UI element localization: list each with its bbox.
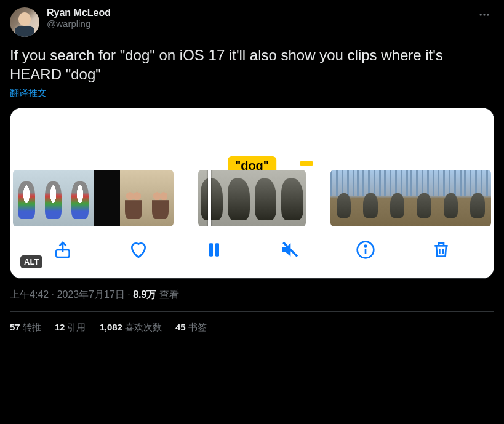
tweet-text: If you search for "dog" on iOS 17 it'll … <box>10 46 494 84</box>
like-button[interactable] <box>127 239 150 261</box>
tweet-meta: 上午4:42 · 2023年7月17日 · 8.9万 查看 <box>10 289 494 302</box>
clip-frame <box>438 170 465 226</box>
video-timeline <box>10 170 494 226</box>
clip-frame <box>198 170 225 226</box>
svg-point-0 <box>480 14 482 15</box>
svg-point-9 <box>364 246 366 247</box>
svg-rect-4 <box>209 244 213 257</box>
handle: @warpling <box>47 18 111 29</box>
likes-stat[interactable]: 1,082喜欢次数 <box>99 322 162 334</box>
clip-frame <box>13 170 40 226</box>
display-name: Ryan McLeod <box>47 7 111 18</box>
tweet-time[interactable]: 上午4:42 <box>10 289 49 300</box>
clip-frame <box>147 170 174 226</box>
clip-frame <box>464 170 491 226</box>
tweet-stats: 57转推 12引用 1,082喜欢次数 45书签 <box>10 312 494 334</box>
match-marker <box>300 161 313 166</box>
clip-group <box>198 170 305 226</box>
clip-frame <box>330 170 358 226</box>
clip-frame <box>384 170 411 226</box>
alt-badge[interactable]: ALT <box>20 255 42 268</box>
svg-point-1 <box>483 14 485 15</box>
share-button[interactable] <box>52 239 74 261</box>
avatar[interactable] <box>10 7 39 37</box>
clip-frame <box>66 170 94 226</box>
media-toolbar <box>10 226 494 278</box>
info-button[interactable] <box>354 239 377 261</box>
clip-frame <box>40 170 67 226</box>
retweets-stat[interactable]: 57转推 <box>10 322 41 334</box>
views-label: 查看 <box>156 289 178 300</box>
media-card[interactable]: "dog" <box>10 108 494 279</box>
more-button[interactable] <box>474 7 494 25</box>
clip-frame <box>225 170 252 226</box>
author-names[interactable]: Ryan McLeod @warpling <box>47 7 111 29</box>
tweet-header: Ryan McLeod @warpling <box>10 7 494 37</box>
clip-frame <box>279 170 306 226</box>
quotes-stat[interactable]: 12引用 <box>55 322 86 334</box>
clip-frame <box>94 170 121 226</box>
clip-frame <box>252 170 279 226</box>
mute-button[interactable] <box>279 239 301 261</box>
translate-link[interactable]: 翻译推文 <box>10 87 494 99</box>
svg-point-2 <box>487 14 489 15</box>
svg-rect-5 <box>215 244 219 257</box>
playhead[interactable] <box>208 170 211 226</box>
clip-group <box>13 170 174 226</box>
clip-group <box>330 170 491 226</box>
tweet-container: Ryan McLeod @warpling If you search for … <box>0 0 504 334</box>
clip-frame <box>120 170 147 226</box>
clip-frame <box>357 170 384 226</box>
clip-frame <box>410 170 438 226</box>
views-count: 8.9万 <box>133 289 156 300</box>
delete-button[interactable] <box>430 239 452 261</box>
pause-button[interactable] <box>203 239 225 261</box>
bookmarks-stat[interactable]: 45书签 <box>175 322 207 334</box>
tweet-date[interactable]: 2023年7月17日 <box>57 289 124 300</box>
